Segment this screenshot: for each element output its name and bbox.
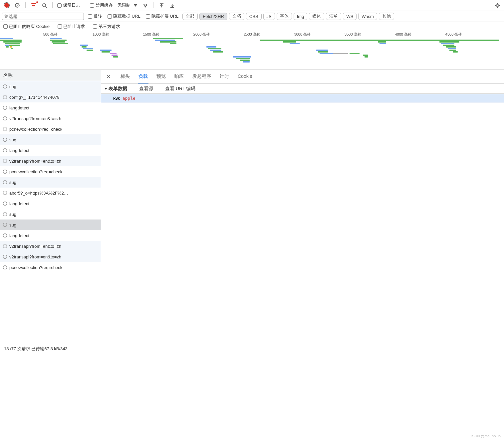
timeline-overview[interactable]: 500 毫秒1000 毫秒1500 毫秒2000 毫秒2500 毫秒3000 毫… — [0, 31, 504, 70]
throttling-select[interactable]: 无限制 — [116, 2, 139, 8]
request-row[interactable]: langdetect — [0, 102, 101, 113]
detail-tab-6[interactable]: Cookie — [237, 70, 253, 83]
preserve-log-checkbox[interactable]: 保留日志 — [56, 2, 82, 8]
timeline-bar — [363, 55, 368, 56]
type-filter-字体[interactable]: 字体 — [277, 13, 292, 20]
form-data-entry[interactable]: kw:apple — [101, 94, 504, 102]
timeline-tick: 500 毫秒 — [43, 32, 58, 37]
third-party-label: 第三方请求 — [99, 24, 120, 30]
request-row[interactable]: pcnewcollection?req=check — [0, 166, 101, 177]
clear-button[interactable] — [13, 1, 22, 10]
timeline-bar — [153, 38, 183, 39]
network-conditions-icon[interactable] — [140, 1, 150, 10]
type-filter-img[interactable]: Img — [294, 13, 308, 20]
main-toolbar: 保留日志 禁用缓存 无限制 — [0, 0, 504, 11]
detail-tab-2[interactable]: 预览 — [156, 70, 166, 83]
request-list-panel: 名称 sugconfig?_=1714144474078langdetectv2… — [0, 70, 101, 354]
payload-subtabs: 表单数据 查看源 查看 URL 编码 — [101, 84, 504, 94]
type-filter-其他[interactable]: 其他 — [379, 13, 394, 20]
filter-toggle-icon[interactable] — [29, 1, 38, 10]
request-row[interactable]: sug — [0, 220, 101, 230]
request-row[interactable]: v2transapi?from=en&to=zh — [0, 241, 101, 251]
timeline-bar — [233, 56, 251, 58]
timeline-bar — [210, 50, 221, 51]
timeline-bar — [260, 40, 499, 41]
request-list: sugconfig?_=1714144474078langdetectv2tra… — [0, 81, 101, 344]
view-url-encoded-link[interactable]: 查看 URL 编码 — [165, 86, 195, 92]
type-filter-css[interactable]: CSS — [246, 13, 262, 20]
detail-tabs: ✕ 标头负载预览响应发起程序计时Cookie — [101, 70, 504, 84]
detail-tab-3[interactable]: 响应 — [174, 70, 184, 83]
timeline-bar — [53, 43, 68, 44]
request-row[interactable]: v2transapi?from=en&to=zh — [0, 251, 101, 262]
timeline-bar — [453, 51, 458, 53]
hide-data-url-checkbox[interactable]: 隐藏数据 URL — [106, 13, 142, 19]
disable-cache-checkbox[interactable]: 禁用缓存 — [89, 2, 114, 8]
timeline-tick: 3000 毫秒 — [294, 32, 311, 37]
filter-input[interactable] — [2, 13, 84, 20]
search-icon[interactable] — [40, 1, 49, 10]
close-detail-icon[interactable]: ✕ — [104, 73, 113, 80]
timeline-bar — [2, 40, 22, 41]
request-row[interactable]: pcnewcollection?req=check — [0, 124, 101, 134]
request-row[interactable]: langdetect — [0, 230, 101, 241]
type-filter-wasm[interactable]: Wasm — [358, 13, 377, 20]
request-row[interactable]: pcnewcollection?req=check — [0, 262, 101, 273]
request-row[interactable]: config?_=1714144474078 — [0, 92, 101, 102]
detail-tab-1[interactable]: 负载 — [138, 70, 148, 83]
form-data-section[interactable]: 表单数据 — [105, 86, 127, 92]
type-filter-fetch/xhr[interactable]: Fetch/XHR — [199, 13, 227, 20]
timeline-tick: 2000 毫秒 — [193, 32, 210, 37]
svg-line-1 — [16, 4, 19, 7]
detail-tab-0[interactable]: 标头 — [120, 70, 130, 83]
blocked-cookies-checkbox[interactable]: 已阻止的响应 Cookie — [2, 24, 51, 30]
timeline-bar — [365, 56, 368, 58]
secondary-filter-bar: 已阻止的响应 Cookie 已阻止请求 第三方请求 — [0, 22, 504, 31]
chevron-down-icon — [105, 88, 107, 90]
view-source-link[interactable]: 查看源 — [139, 86, 153, 92]
upload-icon[interactable] — [157, 1, 166, 10]
download-icon[interactable] — [167, 1, 177, 10]
request-row[interactable]: sug — [0, 134, 101, 145]
record-button[interactable] — [2, 1, 11, 10]
timeline-body — [0, 38, 504, 70]
hide-ext-url-label: 隐藏扩展 URL — [151, 13, 179, 19]
timeline-bar — [283, 41, 296, 43]
third-party-checkbox[interactable]: 第三方请求 — [92, 24, 122, 30]
request-name: langdetect — [9, 201, 29, 206]
chevron-down-icon — [134, 4, 137, 7]
timeline-bar — [350, 53, 360, 54]
timeline-bar — [170, 43, 176, 44]
request-row[interactable]: langdetect — [0, 145, 101, 156]
request-row[interactable]: v2transapi?from=en&to=zh — [0, 156, 101, 166]
request-row[interactable]: sug — [0, 209, 101, 220]
request-name: sug — [9, 137, 16, 142]
timeline-bar — [100, 50, 112, 51]
settings-gear-icon[interactable] — [493, 1, 502, 10]
type-filter-ws[interactable]: WS — [343, 13, 357, 20]
request-row[interactable]: langdetect — [0, 198, 101, 209]
type-filter-文档[interactable]: 文档 — [229, 13, 244, 20]
blocked-requests-checkbox[interactable]: 已阻止请求 — [56, 24, 86, 30]
timeline-bar — [102, 51, 110, 53]
content-split: 名称 sugconfig?_=1714144474078langdetectv2… — [0, 70, 504, 354]
detail-tab-4[interactable]: 发起程序 — [192, 70, 212, 83]
request-row[interactable]: sug — [0, 177, 101, 188]
timeline-tick: 2500 毫秒 — [244, 32, 260, 37]
invert-checkbox[interactable]: 反转 — [87, 13, 104, 19]
type-filter-媒体[interactable]: 媒体 — [309, 13, 324, 20]
divider — [153, 2, 153, 8]
request-name: pcnewcollection?req=check — [9, 265, 62, 270]
request-name: pcnewcollection?req=check — [9, 169, 62, 174]
type-filter-全部[interactable]: 全部 — [182, 13, 198, 20]
svg-point-5 — [496, 4, 498, 6]
hide-ext-url-checkbox[interactable]: 隐藏扩展 URL — [144, 13, 180, 19]
request-row[interactable]: abdr5?_o=https%3A%2F%2… — [0, 188, 101, 198]
svg-line-3 — [45, 6, 47, 8]
type-filter-清单[interactable]: 清单 — [326, 13, 341, 20]
request-row[interactable]: v2transapi?from=en&to=zh — [0, 113, 101, 124]
request-list-header: 名称 — [0, 70, 101, 81]
type-filter-js[interactable]: JS — [263, 13, 275, 20]
detail-tab-5[interactable]: 计时 — [219, 70, 230, 83]
request-row[interactable]: sug — [0, 81, 101, 92]
